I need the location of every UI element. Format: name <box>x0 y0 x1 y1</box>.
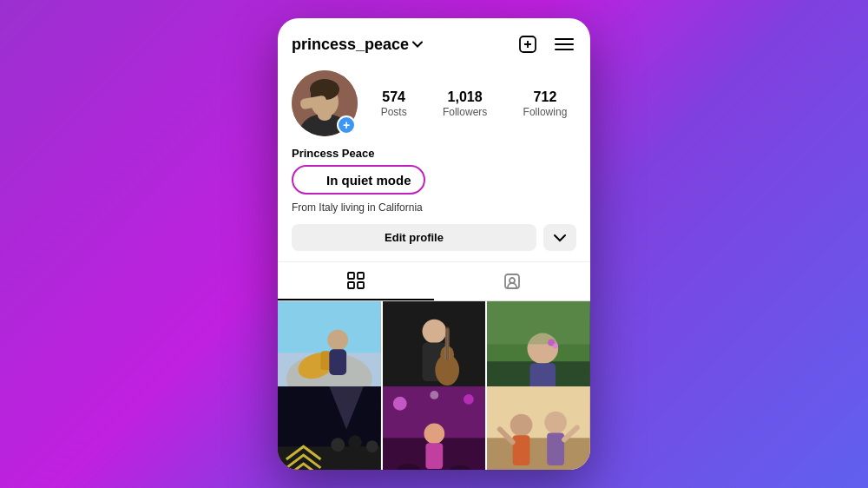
following-stat[interactable]: 712 Following <box>523 89 568 118</box>
grid-photo-5[interactable] <box>383 386 486 470</box>
edit-profile-button[interactable]: Edit profile <box>292 224 536 251</box>
svg-point-52 <box>424 424 444 445</box>
svg-rect-17 <box>348 282 354 288</box>
tab-row <box>278 261 590 301</box>
svg-point-63 <box>545 412 568 434</box>
followers-label: Followers <box>443 106 487 118</box>
profile-header: princess_peace <box>278 18 590 63</box>
moon-icon <box>306 172 321 188</box>
svg-rect-18 <box>358 282 364 288</box>
profile-section: + 574 Posts 1,018 Followers 712 Followin… <box>278 63 590 261</box>
bio-text: From Italy living in California <box>292 201 576 214</box>
grid-photo-4[interactable] <box>278 386 381 470</box>
svg-point-47 <box>348 435 362 449</box>
svg-rect-45 <box>278 446 381 470</box>
svg-rect-64 <box>548 432 565 465</box>
followers-stat[interactable]: 1,018 Followers <box>443 89 487 118</box>
svg-rect-27 <box>329 349 346 375</box>
svg-rect-62 <box>513 435 530 465</box>
svg-point-46 <box>331 438 345 452</box>
menu-button[interactable] <box>552 32 576 56</box>
phone-frame: princess_peace <box>278 18 590 470</box>
posts-label: Posts <box>381 106 407 118</box>
add-post-button[interactable] <box>516 32 540 56</box>
photo-grid <box>278 301 590 470</box>
svg-rect-16 <box>358 273 364 279</box>
quiet-mode-text: In quiet mode <box>326 173 411 188</box>
grid-photo-6[interactable] <box>487 386 590 470</box>
avatar-wrapper[interactable]: + <box>292 70 358 136</box>
display-name: Princess Peace <box>292 147 576 160</box>
header-actions <box>516 32 576 56</box>
username-chevron-icon <box>412 41 423 48</box>
profile-top: + 574 Posts 1,018 Followers 712 Followin… <box>292 70 576 136</box>
profile-options-button[interactable] <box>543 224 576 251</box>
svg-point-61 <box>510 414 533 437</box>
quiet-mode-pill[interactable]: In quiet mode <box>292 165 425 195</box>
svg-rect-60 <box>487 438 590 470</box>
following-label: Following <box>523 106 568 118</box>
stats-row: 574 Posts 1,018 Followers 712 Following <box>372 89 576 118</box>
svg-point-55 <box>464 394 474 405</box>
followers-count: 1,018 <box>448 89 483 105</box>
edit-profile-row: Edit profile <box>292 224 576 251</box>
svg-rect-53 <box>425 443 443 469</box>
tagged-tab[interactable] <box>434 262 590 300</box>
add-to-story-badge[interactable]: + <box>337 115 356 135</box>
grid-tab[interactable] <box>278 262 434 300</box>
svg-point-43 <box>553 343 558 348</box>
svg-rect-41 <box>487 301 590 344</box>
svg-point-56 <box>430 391 438 399</box>
svg-point-29 <box>422 320 446 344</box>
username-text: princess_peace <box>292 36 409 54</box>
posts-count: 574 <box>382 89 405 105</box>
svg-point-26 <box>327 330 348 351</box>
username-row[interactable]: princess_peace <box>292 36 423 54</box>
posts-stat[interactable]: 574 Posts <box>381 89 407 118</box>
svg-rect-15 <box>348 273 354 279</box>
svg-point-48 <box>366 440 378 452</box>
following-count: 712 <box>534 89 557 105</box>
svg-point-54 <box>393 397 407 411</box>
